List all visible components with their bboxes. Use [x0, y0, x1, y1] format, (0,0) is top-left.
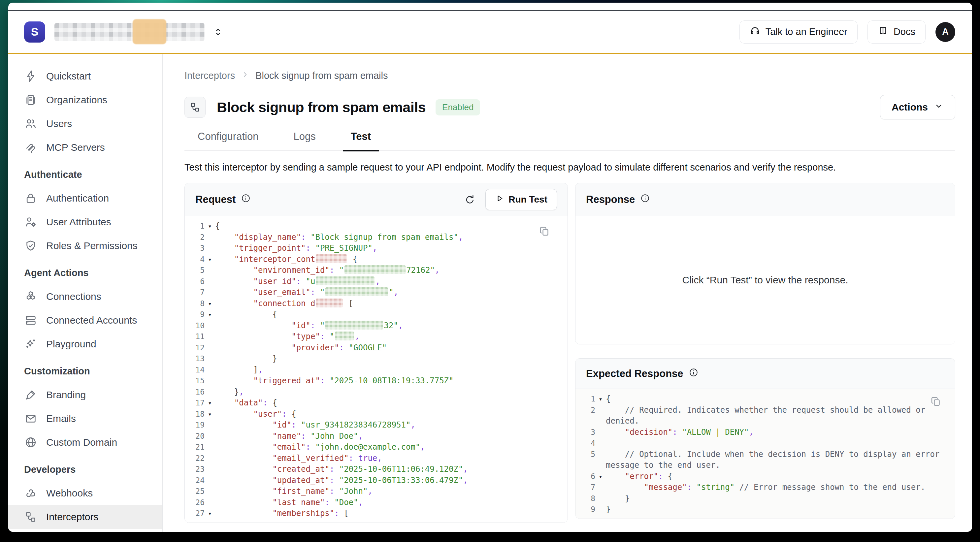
fold-toggle-icon[interactable]: ▾: [205, 508, 215, 519]
fold-spacer: [205, 431, 215, 442]
code-line: 27▾ "memberships": [: [190, 508, 562, 519]
right-column: Response Click “Run Test” to view the re…: [575, 183, 955, 519]
actions-button[interactable]: Actions: [880, 95, 955, 119]
sidebar-item-connected-accounts[interactable]: Connected Accounts: [8, 308, 162, 332]
code-text: "type": ",: [215, 331, 562, 342]
line-number: 7: [581, 482, 595, 493]
line-number: 24: [190, 475, 205, 486]
run-test-button[interactable]: Run Test: [485, 189, 557, 210]
code-line: 14 ],: [190, 364, 562, 376]
top-bar-right: Talk to an Engineer Docs A: [740, 21, 955, 43]
sidebar-item-organizations[interactable]: Organizations: [8, 88, 162, 112]
code-text: {: [215, 309, 562, 320]
zap-icon: [24, 70, 37, 83]
request-code-editor[interactable]: 1▾{2 "display_name": "Block signup from …: [185, 216, 568, 523]
sidebar-item-auth-logs[interactable]: Auth Logs: [8, 529, 162, 532]
tab-configuration[interactable]: Configuration: [190, 130, 266, 150]
code-text: [606, 438, 950, 449]
request-title-label: Request: [195, 194, 235, 205]
reset-request-icon[interactable]: [464, 194, 476, 205]
expected-code-viewer[interactable]: 1▾{2 // Required. Indicates whether the …: [576, 389, 955, 518]
line-number: 10: [190, 320, 205, 332]
code-line: 9▾ {: [190, 309, 562, 320]
copy-icon[interactable]: [538, 225, 550, 238]
sidebar-item-playground[interactable]: Playground: [8, 332, 162, 356]
fold-toggle-icon[interactable]: ▾: [205, 254, 215, 265]
line-number: 4: [581, 438, 595, 449]
user-avatar[interactable]: A: [935, 22, 955, 42]
organization-icon: [24, 93, 37, 106]
fold-toggle-icon[interactable]: ▾: [205, 309, 215, 320]
info-icon[interactable]: [241, 193, 251, 206]
response-title-label: Response: [586, 194, 635, 205]
fold-toggle-icon[interactable]: ▾: [205, 298, 215, 310]
sidebar-section-developers: Developers: [8, 458, 162, 481]
sidebar-item-custom-domain[interactable]: Custom Domain: [8, 431, 162, 454]
sidebar-item-branding[interactable]: Branding: [8, 383, 162, 407]
org-switcher-chevrons-icon[interactable]: [213, 26, 224, 38]
headset-icon: [750, 25, 760, 38]
sidebar-item-label: MCP Servers: [46, 142, 105, 153]
code-text: // Optional. Include when the decision i…: [606, 449, 950, 471]
app-logo: S: [24, 21, 45, 43]
tab-test[interactable]: Test: [343, 130, 379, 150]
talk-to-engineer-button[interactable]: Talk to an Engineer: [740, 21, 858, 43]
fold-spacer: [595, 504, 606, 515]
sidebar-item-emails[interactable]: Emails: [8, 407, 162, 431]
main-content: Interceptors Block signup from spam emai…: [163, 54, 972, 532]
line-number: 8: [190, 298, 205, 310]
code-text: "trigger_point": "PRE_SIGNUP",: [215, 243, 562, 254]
code-line: 16 },: [190, 386, 562, 398]
docs-button[interactable]: Docs: [867, 21, 926, 43]
copy-icon[interactable]: [930, 396, 942, 408]
info-icon[interactable]: [689, 367, 698, 380]
redacted-value: [335, 332, 354, 340]
org-name-redacted[interactable]: [54, 23, 205, 41]
top-bar: S Talk to an Engineer Docs A: [8, 11, 972, 53]
code-line: 6▾ "error": {: [581, 471, 950, 482]
fold-toggle-icon[interactable]: ▾: [205, 397, 215, 409]
code-text: "email_verified": true,: [215, 453, 562, 464]
breadcrumb-current: Block signup from spam emails: [255, 70, 388, 81]
fold-toggle-icon[interactable]: ▾: [595, 394, 606, 405]
code-line: 5 // Optional. Include when the decision…: [581, 449, 950, 471]
sidebar-item-label: Organizations: [46, 94, 107, 106]
fold-toggle-icon[interactable]: ▾: [595, 471, 606, 482]
page-description: Test this interceptor by sending a sampl…: [185, 162, 955, 173]
info-icon[interactable]: [640, 193, 650, 206]
code-line: 12 "provider": "GOOGLE": [190, 342, 562, 354]
fold-toggle-icon[interactable]: ▾: [205, 221, 215, 232]
sidebar-item-authentication[interactable]: Authentication: [8, 186, 162, 210]
desktop-background: S Talk to an Engineer Docs A QuickstartO…: [0, 0, 980, 542]
redacted-value: [316, 277, 374, 285]
code-line: 3 "decision": "ALLOW | DENY",: [581, 427, 950, 438]
sidebar-item-users[interactable]: Users: [8, 112, 162, 135]
sidebar-item-webhooks[interactable]: Webhooks: [8, 481, 162, 505]
request-panel-header: Request Run Test: [185, 183, 568, 216]
sidebar-item-label: Connected Accounts: [46, 315, 137, 326]
sidebar-item-connections[interactable]: Connections: [8, 285, 162, 308]
response-panel: Response Click “Run Test” to view the re…: [575, 183, 955, 344]
fold-spacer: [205, 243, 215, 254]
sidebar-item-mcp-servers[interactable]: MCP Servers: [8, 135, 162, 159]
code-text: "id": "32",: [215, 320, 562, 332]
code-text: "decision": "ALLOW | DENY",: [606, 427, 950, 438]
sidebar-section-customization: Customization: [8, 359, 162, 383]
code-line: 9}: [581, 504, 950, 515]
sidebar-item-quickstart[interactable]: Quickstart: [8, 64, 162, 88]
tab-logs[interactable]: Logs: [285, 130, 323, 150]
sidebar-item-roles-permissions[interactable]: Roles & Permissions: [8, 234, 162, 257]
fold-toggle-icon[interactable]: ▾: [205, 409, 215, 420]
breadcrumb-parent[interactable]: Interceptors: [185, 70, 235, 81]
code-line: 20 "name": "John Doe",: [190, 431, 562, 442]
org-name-redacted-patch: [133, 19, 166, 44]
sidebar-item-interceptors[interactable]: Interceptors: [8, 505, 162, 529]
line-number: 8: [581, 493, 595, 504]
sidebar-item-label: Playground: [46, 339, 96, 350]
user-attributes-icon: [24, 215, 37, 229]
webhook-icon: [24, 486, 37, 500]
code-text: "created_at": "2025-10-06T11:06:49.120Z"…: [215, 464, 562, 475]
fold-spacer: [595, 405, 606, 427]
code-text: "data": {: [215, 397, 562, 409]
sidebar-item-user-attributes[interactable]: User Attributes: [8, 210, 162, 234]
